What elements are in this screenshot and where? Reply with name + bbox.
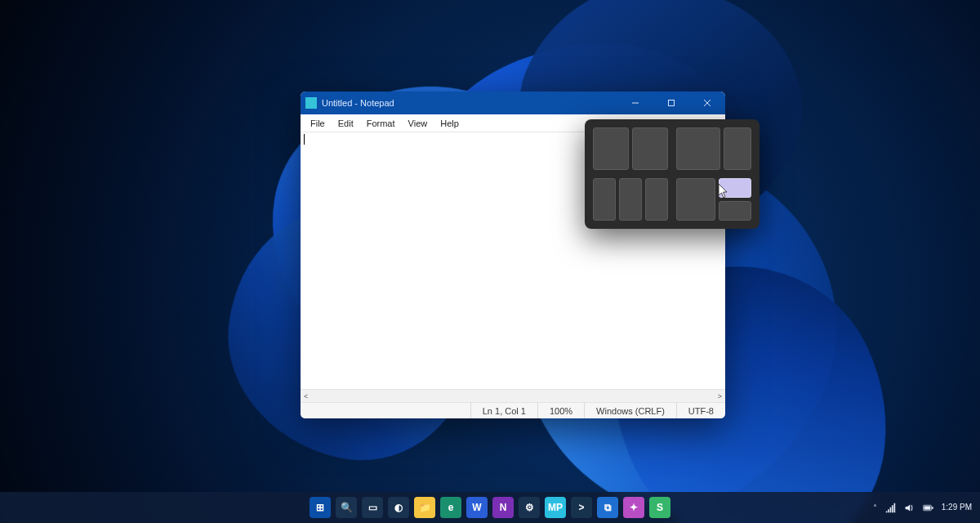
snap-cell-hover[interactable] [719,178,751,198]
svg-rect-1 [669,101,675,106]
menu-format[interactable]: Format [360,117,402,130]
taskbar-icon-start[interactable]: ⊞ [310,497,331,518]
snap-cell[interactable] [676,178,715,221]
status-line-ending: Windows (CRLF) [584,403,676,418]
taskbar-icon-settings[interactable]: ⚙ [519,497,540,518]
status-encoding: UTF-8 [676,403,725,418]
snap-cell[interactable] [619,178,642,221]
snap-layouts-flyout[interactable] [585,119,760,229]
minimize-button[interactable] [617,92,653,114]
titlebar[interactable]: Untitled - Notepad [301,92,725,114]
taskbar-icon-explorer[interactable]: 📁 [414,497,435,518]
taskbar-icon-word[interactable]: W [466,497,488,518]
menu-file[interactable]: File [304,117,332,130]
snap-cell[interactable] [676,127,720,170]
snap-layout-split-right[interactable] [676,178,751,221]
horizontal-scrollbar[interactable]: < > [301,389,725,402]
network-icon[interactable] [885,503,896,513]
status-position: Ln 1, Col 1 [470,403,537,418]
status-bar: Ln 1, Col 1 100% Windows (CRLF) UTF-8 [301,402,725,418]
taskbar-icon-onenote[interactable]: N [492,497,514,518]
taskbar-icon-terminal[interactable]: > [571,497,592,518]
taskbar-icon-app2[interactable]: S [649,497,670,518]
snap-layout-three-col[interactable] [593,178,668,221]
taskbar[interactable]: ⊞🔍▭◐📁eWN⚙MP>⧉✦S ˄ 1:29 PM [0,492,980,523]
maximize-button[interactable] [653,92,689,114]
taskbar-icon-vscode[interactable]: ⧉ [597,497,618,518]
snap-cell[interactable] [724,127,751,170]
status-zoom: 100% [537,403,584,418]
snap-cell[interactable] [719,201,751,221]
snap-cell[interactable] [593,127,629,170]
volume-icon[interactable] [904,503,915,513]
taskbar-icon-search[interactable]: 🔍 [336,497,357,518]
notepad-app-icon [305,97,317,109]
battery-icon[interactable] [923,503,933,513]
menu-view[interactable]: View [402,117,434,130]
snap-cell[interactable] [632,127,668,170]
taskbar-icon-paint[interactable]: MP [545,497,566,518]
taskbar-icon-widgets[interactable]: ◐ [388,497,409,518]
taskbar-icon-app1[interactable]: ✦ [623,497,644,518]
taskbar-icon-task-view[interactable]: ▭ [362,497,383,518]
taskbar-icon-edge[interactable]: e [440,497,461,518]
taskbar-center: ⊞🔍▭◐📁eWN⚙MP>⧉✦S [310,497,670,518]
text-caret [304,134,305,145]
snap-cell[interactable] [593,178,616,221]
menu-help[interactable]: Help [434,117,466,130]
scroll-left-icon[interactable]: < [304,392,308,400]
taskbar-clock[interactable]: 1:29 PM [942,503,972,512]
status-blank [301,403,470,418]
scroll-right-icon[interactable]: > [718,392,722,400]
snap-cell[interactable] [645,178,668,221]
system-tray[interactable]: ˄ 1:29 PM [873,503,972,513]
svg-rect-5 [932,507,933,509]
snap-layout-two-col[interactable] [593,127,668,170]
desktop[interactable]: Untitled - Notepad File Edit Format View… [0,0,980,523]
snap-layout-wide-narrow[interactable] [676,127,751,170]
clock-time: 1:29 PM [942,503,972,512]
tray-overflow-icon[interactable]: ˄ [873,503,877,512]
window-title: Untitled - Notepad [322,98,394,108]
menu-edit[interactable]: Edit [332,117,360,130]
close-button[interactable] [689,92,725,114]
svg-rect-6 [924,506,930,509]
